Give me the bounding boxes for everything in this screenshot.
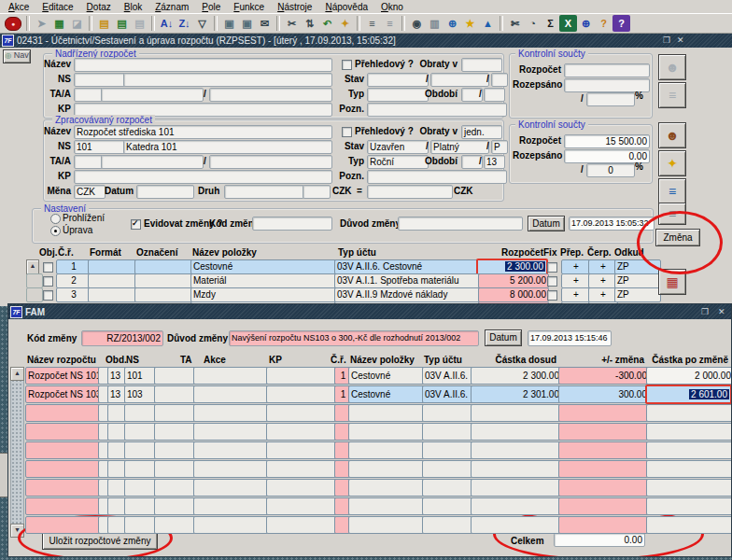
- grid-cell-cr[interactable]: 3: [56, 287, 92, 302]
- exit-button[interactable]: ●: [5, 17, 21, 31]
- select-arrow-icon[interactable]: ➤: [33, 15, 50, 32]
- link-cut-icon[interactable]: ✄: [506, 15, 524, 32]
- menu-item-1[interactable]: Akce: [2, 1, 35, 13]
- grid-cell[interactable]: [193, 497, 270, 515]
- grid-cell[interactable]: [348, 479, 426, 497]
- help-icon[interactable]: ?: [612, 15, 630, 32]
- grid-cell[interactable]: [422, 460, 474, 478]
- ta-field-3[interactable]: [209, 88, 332, 102]
- nav-button[interactable]: ◎ Nav: [3, 49, 31, 63]
- nazev-field[interactable]: Rozpočet střediska 101: [74, 125, 332, 139]
- table-row-empty[interactable]: [8, 497, 732, 513]
- cell-kp[interactable]: [266, 367, 338, 385]
- table-row-empty[interactable]: [8, 441, 732, 457]
- grid-cell[interactable]: [558, 460, 650, 478]
- duvod-zmeny-field[interactable]: [398, 217, 523, 231]
- globe-icon[interactable]: ⊕: [443, 15, 461, 32]
- hierarchy-disabled-button[interactable]: ≡: [658, 82, 686, 108]
- ns-name-field[interactable]: [123, 73, 332, 87]
- grid-cell[interactable]: [25, 423, 102, 441]
- grid-cell[interactable]: [154, 441, 197, 459]
- grid-cell[interactable]: [266, 479, 338, 497]
- sort-desc-icon[interactable]: Z↓: [176, 15, 193, 32]
- load-folder-icon[interactable]: ▤: [113, 15, 131, 32]
- obj-checkbox[interactable]: [43, 262, 53, 273]
- clear-record-icon[interactable]: ◪: [68, 15, 86, 32]
- grid-cell-oznaceni[interactable]: [134, 287, 194, 302]
- grid-cell[interactable]: [25, 516, 102, 534]
- stav-field-1[interactable]: Uzavřen: [367, 140, 429, 154]
- cell-akce[interactable]: [193, 367, 270, 385]
- grid-cell[interactable]: [154, 516, 197, 534]
- duvod-zmeny-field[interactable]: Navýšení rozpočtu NS103 o 300,-Kč dle ro…: [229, 330, 479, 346]
- sort-asc-icon[interactable]: A↓: [158, 15, 176, 32]
- menu-item-2[interactable]: Editace: [35, 1, 79, 13]
- obj-checkbox[interactable]: [43, 290, 53, 301]
- grid-cell[interactable]: [124, 479, 158, 497]
- ta-field-1[interactable]: [74, 155, 104, 169]
- grid-cell[interactable]: [124, 404, 158, 422]
- web-export-icon[interactable]: ⊕: [577, 15, 595, 32]
- key-button[interactable]: ✦: [658, 150, 686, 176]
- grid-cell[interactable]: [471, 423, 562, 441]
- grid-cell[interactable]: [348, 516, 426, 534]
- refresh-icon[interactable]: ↶: [318, 15, 336, 32]
- user-disabled-button[interactable]: ☻: [658, 54, 686, 80]
- obraty-field[interactable]: jedn.: [461, 125, 502, 139]
- help-contents-icon[interactable]: ?: [595, 15, 612, 32]
- cell-nazev[interactable]: Rozpočet NS 103: [25, 385, 102, 403]
- datum-button[interactable]: Datum: [528, 216, 565, 231]
- table-row[interactable]: Rozpočet NS 101 13 101 1 Cestovné 03V A.…: [8, 367, 732, 383]
- cell-polozka[interactable]: Cestovné: [348, 385, 426, 403]
- stav-field-3[interactable]: P: [491, 140, 508, 154]
- cell-typ[interactable]: 03V A.II.6. C: [422, 385, 474, 403]
- row-selector[interactable]: ▲: [26, 259, 39, 274]
- grid-cell[interactable]: [646, 516, 732, 534]
- grid-cell[interactable]: [348, 423, 426, 441]
- grid-cell[interactable]: [154, 404, 197, 422]
- datum-button[interactable]: Datum: [485, 329, 522, 346]
- grid-cell-oznaceni[interactable]: [134, 259, 194, 274]
- grid-cell-prep[interactable]: +: [561, 259, 591, 274]
- user-button[interactable]: ☻: [658, 122, 686, 148]
- prohlizeni-radio[interactable]: [50, 214, 61, 224]
- star-icon[interactable]: ★: [461, 15, 479, 32]
- percent-field[interactable]: 0: [586, 163, 635, 177]
- grid-cell[interactable]: [124, 441, 158, 459]
- fix-checkbox[interactable]: [547, 290, 557, 301]
- grid-cell-rozpocet[interactable]: 8 000.00: [478, 287, 549, 302]
- grid-cell-odkud[interactable]: ZP: [614, 259, 661, 274]
- ta-field-2[interactable]: [101, 88, 204, 102]
- rozpocet-sum-field[interactable]: [564, 63, 650, 77]
- cell-dosud[interactable]: 2 300.00: [471, 367, 562, 385]
- grid-cell[interactable]: [422, 479, 474, 497]
- grid-cell-odkud[interactable]: ZP: [614, 273, 661, 288]
- menu-item-7[interactable]: Funkce: [227, 1, 271, 13]
- table-row-empty[interactable]: [8, 423, 732, 439]
- grid-cell[interactable]: [471, 516, 562, 534]
- grid-cell[interactable]: [471, 404, 562, 422]
- snapshot-icon[interactable]: ◉: [408, 15, 426, 32]
- grid-cell[interactable]: [25, 404, 102, 422]
- grid-cell[interactable]: [25, 460, 102, 478]
- menu-item-3[interactable]: Dotaz: [80, 1, 118, 13]
- grid-cell[interactable]: [25, 497, 102, 515]
- grid-cell[interactable]: [422, 497, 474, 515]
- save-budget-changes-button[interactable]: Uložit rozpočtové změny: [42, 532, 158, 550]
- grid-cell-polozka[interactable]: Cestovné: [190, 259, 338, 274]
- grid-cell-oznaceni[interactable]: [134, 273, 194, 288]
- grid-cell[interactable]: [266, 497, 338, 515]
- grid-cell[interactable]: [558, 497, 650, 515]
- grid-cell[interactable]: [266, 423, 338, 441]
- obdobi-field-2[interactable]: [484, 88, 505, 102]
- grid-cell[interactable]: [25, 479, 102, 497]
- grid-cell-format[interactable]: [88, 273, 138, 288]
- grid-cell[interactable]: [646, 441, 732, 459]
- card-icon[interactable]: ▥: [426, 15, 443, 32]
- menu-item-10[interactable]: Okno: [374, 1, 410, 13]
- fix-checkbox[interactable]: [547, 276, 557, 287]
- restore-icon[interactable]: ❐: [701, 307, 709, 317]
- cell-dosud[interactable]: 2 301.00: [471, 385, 562, 403]
- stav-field-2[interactable]: [430, 73, 489, 87]
- ns-code-field[interactable]: [74, 73, 126, 87]
